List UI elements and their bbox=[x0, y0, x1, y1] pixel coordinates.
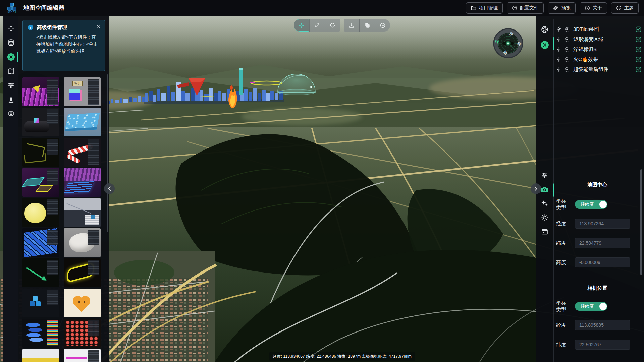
thumb-blue-ring-stack[interactable] bbox=[64, 168, 101, 197]
sparkles-icon bbox=[541, 200, 548, 207]
thumb-black-slab-cube[interactable] bbox=[22, 108, 59, 136]
folder-icon bbox=[471, 6, 476, 10]
remove-button[interactable] bbox=[375, 19, 390, 32]
rail-advanced[interactable] bbox=[3, 107, 18, 121]
tab-components-list[interactable] bbox=[539, 40, 550, 50]
save-icon bbox=[348, 22, 355, 28]
layer-name: 3DTiles组件 bbox=[573, 26, 636, 33]
rail-effects[interactable] bbox=[3, 93, 18, 107]
rail-settings[interactable] bbox=[3, 78, 18, 93]
camera-coord-type-row: 坐标类型 经纬度 bbox=[556, 300, 639, 313]
teal-tower bbox=[239, 70, 243, 95]
tab-timeline[interactable] bbox=[540, 227, 549, 236]
checkbox-checked-icon[interactable] bbox=[636, 67, 641, 72]
longitude-input[interactable] bbox=[575, 219, 630, 229]
altitude-row: 高度 bbox=[556, 257, 639, 267]
thumb-cube-with-label[interactable]: 标识 bbox=[64, 77, 101, 106]
coord-type-toggle[interactable]: 经纬度 bbox=[575, 200, 607, 209]
checkbox-checked-icon[interactable] bbox=[636, 37, 641, 42]
preview-button[interactable]: 预览 bbox=[548, 2, 576, 14]
advanced-components-infobox: 高级组件管理 <双击鼠标左键>下方组件：直接增加到当前地图中心；<单击鼠标右键>… bbox=[22, 20, 105, 71]
thumb-magenta-city-arrow[interactable] bbox=[22, 77, 59, 106]
thumb-dragon-model[interactable] bbox=[64, 228, 101, 257]
rotate-mode-button[interactable] bbox=[325, 19, 340, 32]
about-button[interactable]: 关于 bbox=[580, 2, 607, 14]
infobox-title: 高级组件管理 bbox=[37, 24, 97, 31]
inspector-panel: 3DTiles组件 矩形渐变区域 浮锚标识B 火C🔥效果 bbox=[536, 16, 644, 362]
layer-tabs-rail bbox=[536, 25, 553, 50]
right-panel-scrollbar[interactable] bbox=[640, 169, 642, 275]
close-icon[interactable] bbox=[97, 25, 101, 29]
left-panel-scrollbar[interactable] bbox=[107, 74, 108, 232]
layer-row[interactable]: 火C🔥效果 bbox=[557, 54, 641, 64]
thumb-light-panel-a[interactable] bbox=[22, 349, 59, 362]
camera-longitude-row: 经度 bbox=[556, 320, 639, 330]
layer-row[interactable]: 3DTiles组件 bbox=[557, 24, 641, 34]
thumb-line-annotation[interactable] bbox=[64, 198, 101, 227]
tab-camera-active[interactable] bbox=[540, 185, 549, 194]
thumb-icegl-logo[interactable] bbox=[22, 289, 59, 317]
theme-button[interactable]: 主题 bbox=[611, 2, 639, 14]
checkbox-checked-icon[interactable] bbox=[636, 57, 641, 62]
collapse-left-panel-button[interactable] bbox=[104, 183, 115, 194]
tab-effects[interactable] bbox=[540, 199, 549, 208]
component-chip-icon bbox=[564, 47, 570, 52]
layer-row[interactable]: 浮锚标识B bbox=[557, 44, 641, 54]
save-button[interactable] bbox=[344, 19, 359, 32]
config-file-button[interactable]: 配置文件 bbox=[507, 2, 544, 14]
bolt-icon bbox=[557, 47, 561, 52]
rail-map[interactable] bbox=[3, 64, 18, 78]
altitude-input[interactable] bbox=[575, 257, 630, 267]
thumb-orange-heart[interactable] bbox=[64, 289, 101, 317]
scale-mode-button[interactable] bbox=[309, 19, 325, 32]
layer-name: 超级能量盾组件 bbox=[573, 66, 636, 73]
rail-layers-data[interactable] bbox=[3, 36, 18, 50]
properties-form: 地图中心 坐标类型 经纬度 经度 纬度 高度 相机位置 bbox=[556, 168, 639, 362]
coord-type-row: 坐标类型 经纬度 bbox=[556, 198, 639, 211]
camera-latitude-input[interactable] bbox=[575, 340, 630, 350]
layer-row[interactable]: 超级能量盾组件 bbox=[557, 64, 641, 74]
thumb-blue-city-blocks[interactable] bbox=[22, 228, 59, 257]
map-icon bbox=[7, 67, 15, 75]
move-mode-button[interactable] bbox=[294, 19, 309, 32]
infobox-instructions: <双击鼠标左键>下方组件：直接增加到当前地图中心；<单击鼠标右键>释放当前选择 bbox=[36, 34, 100, 55]
component-chip-icon bbox=[564, 26, 570, 32]
rail-move-tool[interactable] bbox=[3, 21, 18, 36]
scale-icon bbox=[314, 22, 320, 28]
thumb-light-panel-b[interactable] bbox=[64, 349, 101, 362]
layer-name: 矩形渐变区域 bbox=[573, 36, 636, 43]
expand-right-panel-button[interactable] bbox=[531, 183, 541, 194]
topbar: ICEGL 地图空间编辑器 项目管理 配置文件 预览 关于 主题 bbox=[0, 0, 644, 16]
project-management-button[interactable]: 项目管理 bbox=[466, 2, 503, 14]
tab-lighting[interactable] bbox=[540, 213, 549, 222]
latitude-row: 纬度 bbox=[556, 238, 639, 248]
component-chip-icon bbox=[564, 67, 570, 72]
compass-navigator[interactable]: 东 北 南 西 bbox=[493, 28, 523, 58]
layer-row[interactable]: 矩形渐变区域 bbox=[557, 34, 641, 44]
thumb-gradient-rect-areas[interactable] bbox=[22, 168, 59, 197]
tab-scene-capture[interactable] bbox=[540, 25, 549, 34]
camera-latitude-row: 纬度 bbox=[556, 340, 639, 350]
thumb-water-surface[interactable] bbox=[64, 108, 101, 136]
thumb-yellow-dome[interactable] bbox=[22, 198, 59, 227]
thumb-blue-disc-stack[interactable] bbox=[22, 319, 59, 348]
thumb-green-arrow-effect[interactable] bbox=[22, 258, 59, 287]
thumb-wire-lines[interactable] bbox=[22, 138, 59, 167]
rail-components-active[interactable] bbox=[3, 50, 18, 64]
map-space-editor-app: ICEGL 地图空间编辑器 项目管理 配置文件 预览 关于 主题 bbox=[0, 0, 644, 362]
checkbox-checked-icon[interactable] bbox=[636, 47, 641, 52]
latitude-input[interactable] bbox=[575, 238, 630, 248]
copy-button[interactable] bbox=[359, 19, 375, 32]
active-tab-indicator bbox=[553, 37, 554, 50]
move-tool-icon bbox=[7, 24, 15, 33]
thumb-candy-stripe-tube[interactable] bbox=[64, 138, 101, 167]
camera-longitude-input[interactable] bbox=[575, 320, 630, 330]
thumb-red-bump-grid[interactable] bbox=[64, 319, 101, 348]
camera-coord-type-toggle[interactable]: 经纬度 bbox=[575, 302, 607, 311]
checkbox-checked-icon[interactable] bbox=[636, 26, 641, 32]
tab-general-settings[interactable] bbox=[540, 171, 549, 180]
calendar-icon bbox=[541, 228, 548, 235]
thumb-yellow-outline-effect[interactable] bbox=[64, 258, 101, 287]
rotate-icon bbox=[329, 22, 336, 28]
component-thumbnail-grid: 标识 bbox=[22, 77, 101, 362]
